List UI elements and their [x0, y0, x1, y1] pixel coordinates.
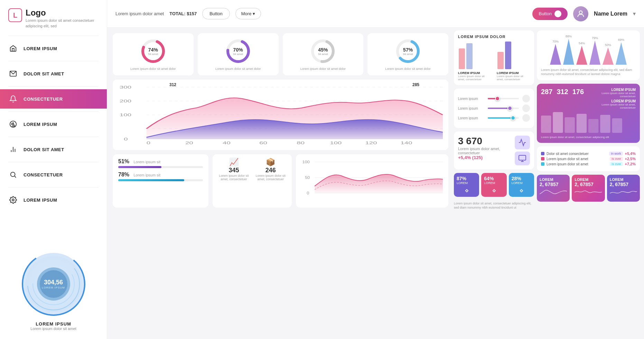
nav-label: CONSECTETUER [24, 172, 63, 177]
content-area: 74% Sit amet Lorem ipsum dolor sit amet … [107, 28, 644, 339]
mini-donut-3: 45% Sit amet [309, 37, 337, 65]
svg-rect-68 [612, 118, 622, 133]
sidebar-item-consectetuer[interactable]: CONSECTETUER [0, 89, 107, 109]
stat-num-2: 312 [557, 88, 568, 109]
divider-2 [8, 86, 99, 86]
svg-text:200: 200 [120, 99, 131, 103]
more-button[interactable]: More ▾ [235, 8, 261, 19]
far-right-panel: 70% 88% 54% 79% [537, 28, 644, 339]
svg-text:40: 40 [223, 141, 231, 145]
svg-text:20: 20 [185, 141, 193, 145]
box-icon: 📦 [266, 158, 275, 167]
donut-value-label: 304,56 LOREM IPSUM [42, 279, 65, 289]
donut-card-2: 70% Sit amet Lorem ipsum dolor sit amet … [198, 33, 279, 75]
stats-nums: 287 312 176 LOREM IPSUM Lorem ipsum dolo… [541, 88, 636, 109]
button-primary[interactable]: Button [202, 8, 230, 19]
mini-donut-label-4: 57% Sit amet [403, 47, 413, 56]
home-icon [8, 44, 18, 53]
legend-dot-3 [541, 162, 544, 166]
search-icon [8, 170, 18, 180]
gear-icon [8, 195, 18, 205]
svg-rect-49 [459, 48, 465, 69]
mini-stats-row: 📈 345 Lorem ipsum dolor sit amet, consec… [217, 158, 288, 181]
progress-item-1: 51% Lorem ipsum sit [118, 158, 203, 168]
nav-label: DOLOR SIT AMET [24, 147, 64, 152]
svg-marker-58 [576, 46, 587, 65]
mini-line-card-1: LOREM 2, 67857 [537, 175, 570, 202]
svg-text:100: 100 [120, 113, 131, 117]
svg-marker-60 [603, 47, 614, 65]
funnel-icon-1: ⬦ [457, 186, 476, 194]
logo-name: Logo [26, 8, 99, 17]
nav-label: DOLOR SIT AMET [24, 71, 64, 76]
monitor-stat-icon [515, 152, 530, 165]
divider-3 [8, 111, 99, 112]
nav-label: LOREM IPSUM [24, 46, 57, 51]
mini-stat-2: 📦 246 Lorem ipsum dolor sit amet, consec… [254, 158, 288, 181]
divider-top [8, 36, 99, 36]
nav-label: CONSECTETUER [24, 97, 63, 102]
progress-item-2: 78% Lorem ipsum sit [118, 172, 203, 181]
svg-rect-52 [505, 42, 511, 69]
mini-donut-label-1: 74% Sit amet [148, 47, 158, 56]
progress-bar-bg-1 [118, 166, 203, 168]
svg-marker-57 [563, 39, 574, 65]
svg-rect-65 [577, 114, 587, 133]
sidebar-item-lorem-ipsum-2[interactable]: LOREM IPSUM [0, 114, 107, 134]
topbar-total: TOTAL: $157 [169, 11, 197, 16]
slider-track-1[interactable] [488, 98, 519, 99]
toggle-button[interactable]: Button [532, 8, 568, 20]
svg-text:0: 0 [124, 137, 128, 141]
topbar-description: Lorem ipsum dolor amet [115, 11, 164, 16]
chart-stat-icon [515, 136, 530, 149]
sidebar-donut: 304,56 LOREM IPSUM [19, 249, 88, 319]
chart-peak-312: 312 [169, 82, 176, 87]
nav-label: LOREM IPSUM [24, 122, 57, 127]
slider-toggle-1 [522, 95, 530, 102]
svg-text:80: 80 [297, 141, 305, 145]
svg-text:0: 0 [307, 191, 309, 195]
svg-rect-53 [519, 155, 526, 160]
divider-4 [8, 137, 99, 137]
sidebar-bottom: 304,56 LOREM IPSUM LOREM IPSUM Lorem ips… [0, 241, 107, 339]
mini-donut-1: 74% Sit amet [139, 37, 167, 65]
slider-track-2[interactable] [488, 108, 519, 109]
stat-num-1: 287 [541, 88, 552, 109]
svg-marker-59 [589, 40, 600, 65]
slider-track-3[interactable] [488, 117, 519, 119]
svg-point-17 [579, 11, 582, 14]
topbar-right: Button Name Lorem ▾ [532, 6, 636, 21]
sidebar-item-lorem-ipsum-3[interactable]: LOREM IPSUM [0, 190, 107, 210]
svg-rect-51 [497, 52, 504, 69]
svg-rect-50 [466, 43, 473, 69]
mini-stats-card: 📈 345 Lorem ipsum dolor sit amet, consec… [213, 154, 292, 208]
svg-point-6 [11, 172, 15, 177]
sidebar-item-dolor-sit-amet[interactable]: DOLOR SIT AMET [0, 64, 107, 83]
sidebar-item-dolor-sit-amet-2[interactable]: DOLOR SIT AMET [0, 140, 107, 159]
svg-marker-61 [616, 42, 627, 65]
slider-toggle-3 [522, 114, 530, 122]
logo-icon: L [8, 8, 22, 22]
user-dropdown-icon[interactable]: ▾ [633, 10, 636, 17]
donut-cards-row: 74% Sit amet Lorem ipsum dolor sit amet … [113, 33, 448, 75]
big-stat-card: 3 670 Lorem ipsum dolor amet, consectetu… [454, 131, 534, 170]
area-chart-card: 312 285 [113, 80, 448, 150]
pct-card-3: 28% LOREM ⬦ [509, 173, 534, 197]
wave-chart-card: 100 50 0 [296, 154, 448, 208]
svg-rect-67 [600, 115, 610, 133]
bottom-row: 51% Lorem ipsum sit 78% Lorem ipsum sit [113, 154, 448, 208]
sidebar-item-consectetuer-2[interactable]: CONSECTETUER [0, 165, 107, 184]
main-area: Lorem ipsum dolor amet TOTAL: $157 Butto… [107, 0, 644, 339]
divider-1 [8, 61, 99, 61]
slider-toggle-2 [522, 104, 530, 112]
chart-icon [8, 145, 18, 154]
donut-card-4: 57% Sit amet Lorem ipsum dolor sit amet … [367, 33, 448, 75]
sidebar-item-lorem-ipsum-1[interactable]: LOREM IPSUM [0, 39, 107, 58]
donut-card-1: 74% Sit amet Lorem ipsum dolor sit amet … [113, 33, 194, 75]
legend-dot-2 [541, 157, 544, 161]
svg-text:100: 100 [302, 160, 310, 164]
mini-line-card-2: LOREM 2, 67857 [572, 175, 605, 202]
toggle-circle [554, 10, 561, 17]
right-panel-footer: Lorem ipsum dolor sit amet, consectetuer… [454, 200, 534, 211]
mini-stat-1: 📈 345 Lorem ipsum dolor sit amet, consec… [217, 158, 251, 181]
